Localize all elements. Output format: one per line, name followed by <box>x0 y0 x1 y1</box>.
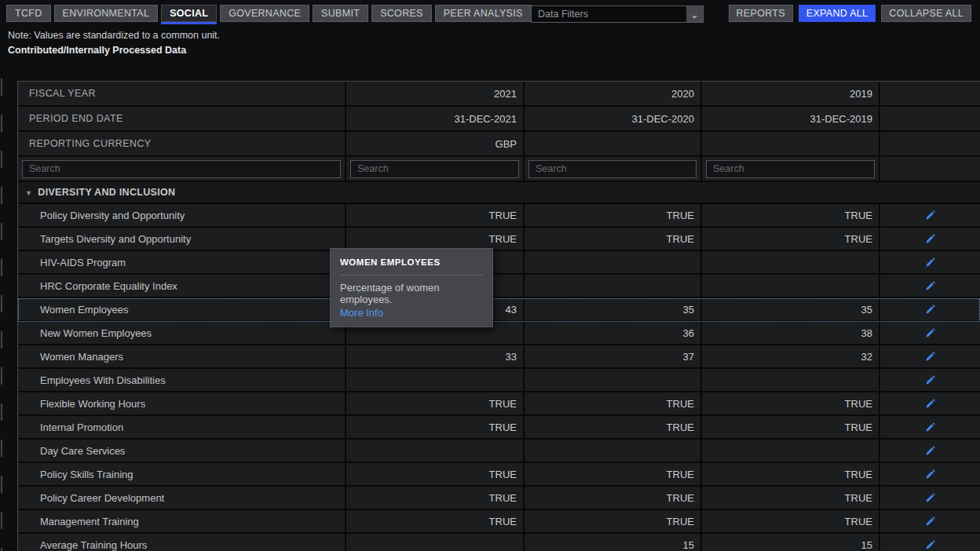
row-value: TRUE <box>525 416 702 440</box>
reports-button[interactable]: REPORTS <box>729 5 793 22</box>
table-row-management-training[interactable]: Management TrainingTRUETRUETRUE <box>18 510 980 534</box>
table-row-hiv-aids-program[interactable]: HIV-AIDS Program <box>18 251 980 275</box>
edit-button[interactable] <box>925 399 935 409</box>
row-label: Policy Diversity and Opportunity <box>18 204 346 228</box>
pencil-icon <box>925 516 935 527</box>
row-label: Day Care Services <box>18 440 346 463</box>
meta-value: 2021 <box>346 82 525 107</box>
search-cell <box>346 157 525 182</box>
row-value: 32 <box>702 345 880 369</box>
tab-environmental[interactable]: ENVIRONMENTAL <box>54 5 159 22</box>
edit-button[interactable] <box>925 305 935 315</box>
edit-button[interactable] <box>925 540 935 550</box>
row-value <box>346 369 525 392</box>
tab-social[interactable]: SOCIAL <box>161 5 217 22</box>
row-label: Policy Skills Training <box>18 463 346 487</box>
row-edit-cell <box>880 204 980 228</box>
table-row-flexible-working-hours[interactable]: Flexible Working HoursTRUETRUETRUE <box>18 392 980 416</box>
row-value <box>525 251 702 275</box>
edit-button[interactable] <box>925 328 935 338</box>
data-filters-select[interactable]: Data Filters ⌄ <box>531 5 704 23</box>
row-value <box>525 275 702 298</box>
standardized-note: Note: Values are standardized to a commo… <box>8 30 220 41</box>
row-edit-cell <box>880 228 980 251</box>
table-row-women-managers[interactable]: Women Managers333732 <box>18 345 980 369</box>
search-input-col3[interactable] <box>528 160 697 178</box>
pencil-icon <box>925 352 935 362</box>
edit-button[interactable] <box>925 281 935 291</box>
table-row-women-employees[interactable]: Women Employees433535 <box>18 298 980 322</box>
table-row-hrc-corporate-equality-index[interactable]: HRC Corporate Equality Index <box>18 275 980 298</box>
edit-button[interactable] <box>925 352 935 362</box>
row-edit-cell <box>880 534 980 551</box>
edit-button[interactable] <box>925 375 935 385</box>
table-row-policy-diversity-and-opportunity[interactable]: Policy Diversity and OpportunityTRUETRUE… <box>18 204 980 228</box>
more-info-link[interactable]: More Info <box>340 307 383 319</box>
collapse-all-button[interactable]: COLLAPSE ALL <box>881 5 971 22</box>
row-value: TRUE <box>525 228 702 251</box>
row-edit-cell <box>880 463 980 487</box>
row-value <box>702 440 880 463</box>
meta-value: 2020 <box>525 82 702 107</box>
search-input-col4[interactable] <box>706 160 875 178</box>
edit-button[interactable] <box>925 516 935 527</box>
data-filters-label: Data Filters <box>538 9 588 20</box>
tooltip-divider <box>340 275 483 276</box>
table-row-employees-with-disabilities[interactable]: Employees With Disabilities <box>18 369 980 392</box>
row-value <box>702 251 880 275</box>
row-value: 15 <box>702 534 880 551</box>
row-label: New Women Employees <box>18 322 346 345</box>
top-toolbar: TCFDENVIRONMENTALSOCIALGOVERNANCESUBMITS… <box>6 5 971 24</box>
table-row-policy-skills-training[interactable]: Policy Skills TrainingTRUETRUETRUE <box>18 463 980 487</box>
tab-tcfd[interactable]: TCFD <box>6 5 51 22</box>
row-value: TRUE <box>525 487 702 510</box>
pencil-icon <box>925 375 935 385</box>
meta-empty-cell <box>880 82 980 107</box>
edit-button[interactable] <box>925 422 935 432</box>
pencil-icon <box>925 469 935 480</box>
table-meta-rows: FISCAL YEAR202120202019PERIOD END DATE31… <box>18 82 980 157</box>
table-row-targets-diversity-and-opportunity[interactable]: Targets Diversity and OpportunityTRUETRU… <box>18 228 980 251</box>
row-value: TRUE <box>346 416 525 440</box>
tab-governance[interactable]: GOVERNANCE <box>220 5 309 22</box>
meta-label: REPORTING CURRENCY <box>18 132 346 157</box>
row-edit-cell <box>880 440 980 463</box>
tab-scores[interactable]: SCORES <box>371 5 432 22</box>
tab-peer-analysis[interactable]: PEER ANALYSIS <box>435 5 532 22</box>
edit-button[interactable] <box>925 493 935 503</box>
meta-value <box>525 132 702 157</box>
row-value <box>702 369 880 392</box>
row-value: TRUE <box>702 416 880 440</box>
table-row-average-training-hours[interactable]: Average Training Hours1515 <box>18 534 980 551</box>
edit-button[interactable] <box>925 257 935 268</box>
row-value: TRUE <box>702 510 880 534</box>
search-cell <box>702 157 880 182</box>
pencil-icon <box>925 540 935 550</box>
table-row-internal-promotion[interactable]: Internal PromotionTRUETRUETRUE <box>18 416 980 440</box>
search-input-col2[interactable] <box>350 160 519 178</box>
table-row-new-women-employees[interactable]: New Women Employees3638 <box>18 322 980 345</box>
field-info-tooltip: WOMEN EMPLOYEES Percentage of women empl… <box>330 248 493 327</box>
edit-button[interactable] <box>925 210 935 221</box>
edit-button[interactable] <box>925 234 935 244</box>
section-header-diversity-and-inclusion[interactable]: ▾ DIVERSITY AND INCLUSION <box>18 182 980 204</box>
row-value <box>525 369 702 392</box>
row-edit-cell <box>880 275 980 298</box>
expand-all-button[interactable]: EXPAND ALL <box>799 5 876 22</box>
table-row-day-care-services[interactable]: Day Care Services <box>18 440 980 463</box>
row-label: Flexible Working Hours <box>18 392 346 416</box>
row-edit-cell <box>880 392 980 416</box>
search-input-col1[interactable] <box>22 160 341 178</box>
edit-button[interactable] <box>925 469 935 480</box>
row-edit-cell <box>880 322 980 345</box>
table-row-policy-career-development[interactable]: Policy Career DevelopmentTRUETRUETRUE <box>18 487 980 510</box>
chevron-down-icon: ⌄ <box>686 6 703 22</box>
left-scrollbar[interactable] <box>1 78 2 551</box>
row-value: TRUE <box>346 204 525 228</box>
tab-submit[interactable]: SUBMIT <box>313 5 368 22</box>
row-edit-cell <box>880 251 980 275</box>
edit-button[interactable] <box>925 446 935 456</box>
search-empty-cell <box>880 157 980 182</box>
meta-value: 31-DEC-2019 <box>702 107 880 132</box>
meta-row-fiscal-year: FISCAL YEAR202120202019 <box>18 82 980 107</box>
